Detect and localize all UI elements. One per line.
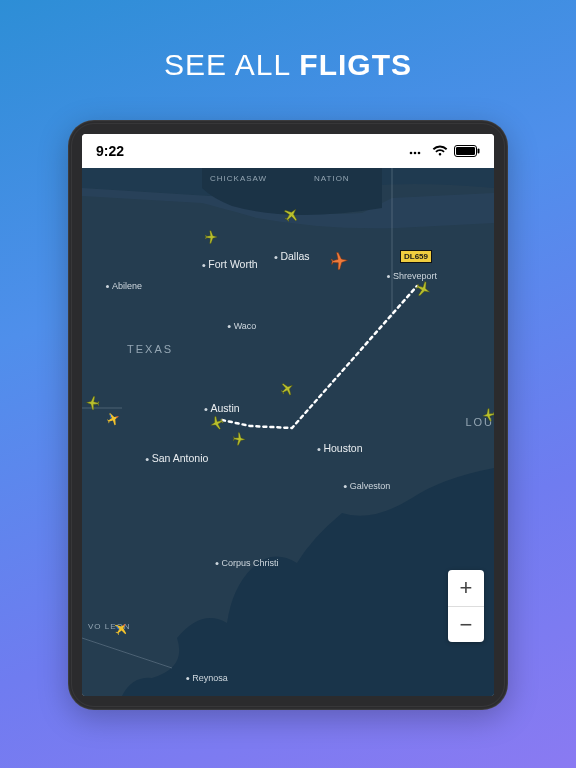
city-houston: Houston: [317, 442, 362, 454]
region-texas: TEXAS: [127, 343, 173, 355]
city-corpus-christi: Corpus Christi: [215, 558, 278, 568]
svg-rect-5: [478, 149, 480, 154]
svg-point-0: [410, 152, 413, 155]
city-shreveport: Shreveport: [387, 271, 437, 281]
flight-map[interactable]: CHICKASAW NATION TEXAS LOU VO LEON Fort …: [82, 168, 494, 696]
zoom-in-button[interactable]: +: [448, 570, 484, 606]
city-abilene: Abilene: [106, 281, 142, 291]
aircraft-icon[interactable]: [480, 406, 494, 424]
aircraft-icon[interactable]: [231, 431, 248, 448]
signal-dots-icon: [408, 146, 426, 156]
flight-callsign-badge[interactable]: DL659: [400, 250, 432, 263]
svg-point-2: [418, 152, 421, 155]
status-icons: [408, 145, 480, 157]
svg-rect-4: [456, 147, 475, 155]
region-nation: NATION: [314, 174, 350, 183]
city-san-antonio: San Antonio: [146, 452, 209, 464]
city-dallas: Dallas: [274, 250, 309, 262]
tablet-frame: 9:22: [68, 120, 508, 710]
city-galveston: Galveston: [344, 481, 391, 491]
aircraft-icon[interactable]: [203, 229, 218, 244]
promo-headline: SEE ALL FLIGTS: [164, 48, 412, 82]
city-reynosa: Reynosa: [186, 673, 228, 683]
battery-icon: [454, 145, 480, 157]
headline-light: SEE ALL: [164, 48, 299, 81]
tablet-screen: 9:22: [82, 134, 494, 696]
promo-background: SEE ALL FLIGTS 9:22: [0, 0, 576, 768]
status-time: 9:22: [96, 143, 124, 159]
zoom-out-button[interactable]: −: [448, 606, 484, 642]
region-chickasaw: CHICKASAW: [210, 174, 267, 183]
status-bar: 9:22: [82, 134, 494, 168]
city-fort-worth: Fort Worth: [202, 258, 257, 270]
aircraft-icon[interactable]: [84, 394, 102, 412]
headline-bold: FLIGTS: [299, 48, 412, 81]
city-waco: Waco: [228, 321, 257, 331]
wifi-icon: [432, 145, 448, 157]
zoom-control: + −: [448, 570, 484, 642]
aircraft-icon-selected[interactable]: [328, 250, 350, 272]
svg-point-1: [414, 152, 417, 155]
map-water: [82, 168, 494, 696]
